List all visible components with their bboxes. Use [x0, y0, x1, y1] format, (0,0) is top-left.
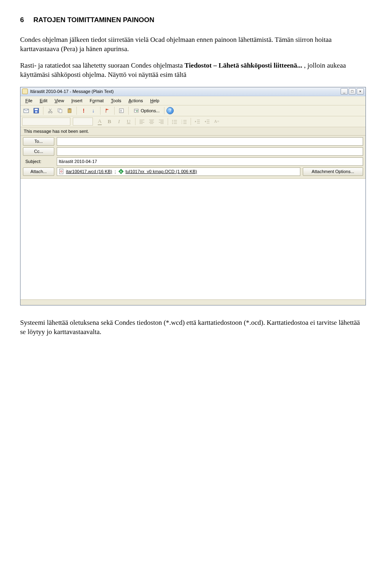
font-color-icon[interactable]: A	[95, 118, 104, 126]
header-fields: To... Cc... Subject: Itärastit 2010-04-1…	[21, 136, 365, 179]
send-icon[interactable]	[22, 107, 31, 115]
high-importance-icon[interactable]: !	[79, 107, 88, 115]
svg-point-14	[121, 109, 122, 111]
low-importance-icon[interactable]: ↓	[89, 107, 98, 115]
italic-button[interactable]: I	[115, 118, 123, 126]
email-window: Itärastit 2010-04-17 - Message (Plain Te…	[20, 87, 366, 305]
menu-edit[interactable]: Edit	[37, 97, 51, 104]
paragraph-3: Systeemi lähettää oletuksena sekä Condes…	[20, 318, 366, 337]
subject-value: Itärastit 2010-04-17	[59, 159, 97, 164]
menu-tools[interactable]: Tools	[108, 97, 125, 104]
underline-button[interactable]: U	[124, 118, 133, 126]
align-right-icon[interactable]	[157, 118, 166, 126]
svg-rect-3	[35, 111, 37, 113]
paste-icon[interactable]	[65, 107, 74, 115]
heading-number: 6	[20, 16, 24, 24]
section-heading: 6 RATOJEN TOIMITTAMINEN PAINOON	[20, 16, 366, 24]
svg-marker-42	[195, 121, 196, 122]
cc-field[interactable]	[57, 147, 363, 156]
font-size-select[interactable]	[73, 118, 93, 126]
svg-text:3: 3	[181, 122, 182, 124]
svg-marker-46	[205, 121, 206, 122]
to-button[interactable]: To...	[23, 137, 54, 146]
align-center-icon[interactable]	[147, 118, 156, 126]
svg-rect-17	[136, 111, 138, 111]
attachment-options-button[interactable]: Attachment Options...	[303, 167, 363, 176]
options-icon	[133, 108, 139, 113]
menu-view[interactable]: View	[51, 97, 68, 104]
save-icon[interactable]	[32, 107, 41, 115]
copy-icon[interactable]	[55, 107, 64, 115]
svg-rect-12	[106, 109, 106, 113]
attach-button[interactable]: Attach...	[23, 167, 54, 176]
attach-field[interactable]: itar100417.wcd (16 KB) ; A tul1017xx_v0 …	[57, 167, 300, 176]
svg-rect-50	[60, 169, 63, 174]
svg-point-32	[172, 122, 173, 122]
titlebar: Itärastit 2010-04-17 - Message (Plain Te…	[21, 87, 365, 96]
subject-label: Subject:	[23, 159, 54, 164]
wcd-file-icon	[59, 169, 64, 174]
numbering-icon[interactable]: 123	[180, 118, 189, 126]
help-icon[interactable]: ?	[166, 107, 174, 114]
svg-point-30	[172, 120, 173, 121]
menu-help[interactable]: Help	[147, 97, 163, 104]
svg-point-34	[172, 123, 173, 124]
svg-rect-11	[69, 108, 70, 109]
menubar: File Edit View Insert Format Tools Actio…	[21, 96, 365, 105]
info-message: This message has not been sent.	[21, 127, 365, 136]
menu-format[interactable]: Format	[86, 97, 107, 104]
close-button[interactable]: ×	[357, 88, 364, 95]
minimize-button[interactable]: _	[341, 88, 348, 95]
toolbar-main: ! ↓ Options... ?	[21, 105, 365, 116]
attachment-1[interactable]: itar100417.wcd (16 KB)	[59, 169, 112, 174]
bullets-icon[interactable]	[170, 118, 179, 126]
menu-file[interactable]: File	[22, 97, 36, 104]
attachment-2[interactable]: A tul1017xx_v0 kmap.OCD (1 006 KB)	[118, 169, 197, 174]
options-label: Options...	[141, 108, 160, 113]
window-title: Itärastit 2010-04-17 - Message (Plain Te…	[30, 89, 341, 94]
menu-actions[interactable]: Actions	[125, 97, 146, 104]
svg-text:A: A	[120, 170, 122, 173]
align-left-icon[interactable]	[138, 118, 146, 126]
font-family-select[interactable]	[22, 118, 70, 126]
maximize-button[interactable]: □	[349, 88, 356, 95]
statusbar	[21, 299, 365, 305]
subject-field[interactable]: Itärastit 2010-04-17	[57, 157, 363, 166]
ocd-file-icon: A	[118, 169, 124, 174]
increase-indent-icon[interactable]	[203, 118, 211, 126]
svg-rect-9	[59, 109, 62, 113]
window-icon	[22, 89, 28, 94]
paragraph-1: Condes ohjelman jälkeen tiedot siirretää…	[20, 35, 366, 54]
bold-button[interactable]: B	[105, 118, 114, 126]
to-field[interactable]	[57, 137, 363, 146]
toolbar-format: A B I U 123 A=	[21, 116, 365, 127]
clear-format-icon[interactable]: A=	[212, 118, 221, 126]
menu-insert[interactable]: Insert	[68, 97, 86, 104]
cc-button[interactable]: Cc...	[23, 147, 54, 156]
message-body[interactable]	[21, 179, 365, 299]
flag-icon[interactable]	[103, 107, 112, 115]
options-button[interactable]: Options...	[131, 107, 162, 115]
cut-icon[interactable]	[46, 107, 55, 115]
decrease-indent-icon[interactable]	[193, 118, 202, 126]
paragraph-2: Rasti- ja ratatiedot saa lähetetty suora…	[20, 61, 366, 80]
heading-text: RATOJEN TOIMITTAMINEN PAINOON	[33, 16, 154, 24]
svg-rect-2	[35, 109, 38, 110]
address-book-icon[interactable]	[117, 107, 126, 115]
